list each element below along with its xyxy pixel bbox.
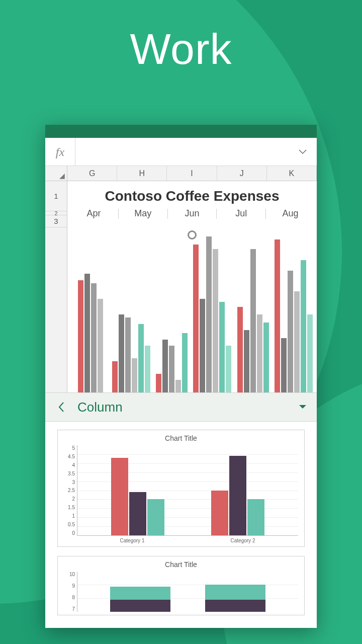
preview-bar (147, 499, 164, 535)
chart-bar (301, 260, 306, 393)
chart-bar (193, 245, 199, 393)
worksheet-body[interactable]: 1 2 3 Contoso Coffee Expenses Apr May Ju… (45, 181, 317, 392)
formula-dropdown[interactable] (289, 138, 317, 166)
chart-preview-area: Chart Title 5 4.5 4 3.5 3 2.5 2 1.5 1 0.… (45, 422, 317, 615)
row-header-1[interactable]: 1 (45, 181, 67, 211)
chevron-down-icon (298, 149, 307, 155)
chart-bar (226, 346, 231, 392)
row-header-3[interactable]: 3 (45, 215, 67, 227)
tick: 4 (64, 462, 75, 468)
chart-bar (91, 283, 97, 392)
y-axis-labels: 10 9 8 7 (64, 572, 77, 612)
chart-bar (213, 249, 218, 392)
chart-group (111, 236, 152, 392)
chart-bar (263, 323, 269, 393)
row-header-2[interactable]: 2 (45, 211, 67, 215)
axis-sep (265, 209, 266, 219)
chart-bar (132, 358, 137, 392)
chart-bar (162, 340, 168, 392)
chart-type-dropdown[interactable] (289, 393, 317, 421)
preview-stack (205, 585, 265, 612)
chart-preview-stacked[interactable]: Chart Title 10 9 8 7 (57, 556, 305, 615)
chart-bar (145, 346, 150, 392)
tick: 4.5 (64, 454, 75, 459)
chart-bar (219, 302, 225, 392)
x-tick: Category 1 (120, 538, 145, 543)
x-tick: Category 2 (231, 538, 255, 543)
preview-group (211, 445, 264, 535)
chart-bar (288, 271, 293, 392)
tick: 10 (64, 572, 75, 577)
sheet-content[interactable]: Contoso Coffee Expenses Apr May Jun Jul … (67, 181, 317, 392)
chart-bar (281, 338, 287, 393)
preview-bar (129, 492, 146, 535)
col-header-j[interactable]: J (217, 166, 267, 181)
preview-bar (247, 499, 264, 535)
chart-bar (156, 374, 161, 392)
stack-seg (110, 587, 170, 600)
preview-chart: 5 4.5 4 3.5 3 2.5 2 1.5 1 0.5 0 (64, 445, 298, 536)
tick: 3.5 (64, 471, 75, 476)
col-header-h[interactable]: H (117, 166, 167, 181)
chart-group (70, 236, 111, 392)
tick: 5 (64, 445, 75, 451)
column-headers: ◢ G H I J K (45, 166, 317, 181)
row-headers: 1 2 3 (45, 181, 67, 392)
preview-plot (77, 445, 298, 536)
formula-bar: fx (45, 138, 317, 166)
chart-bar (169, 346, 174, 392)
tick: 0 (64, 530, 75, 536)
tick: 2.5 (64, 488, 75, 493)
tick: 9 (64, 583, 75, 589)
month-axis: Apr May Jun Jul Aug (67, 208, 317, 222)
chart-group (273, 236, 314, 392)
chart-bar (138, 324, 144, 392)
col-header-g[interactable]: G (67, 166, 117, 181)
chart-bar (119, 314, 124, 392)
fx-icon: fx (45, 138, 75, 166)
chart-bar (175, 380, 181, 392)
preview-plot (77, 572, 298, 612)
formula-input[interactable] (75, 138, 289, 166)
preview-stack (110, 587, 170, 612)
month-apr: Apr (70, 208, 117, 219)
main-chart[interactable] (67, 236, 317, 392)
month-jun: Jun (169, 208, 216, 219)
preview-bar (211, 491, 228, 536)
chart-bar (84, 274, 90, 392)
select-all-corner[interactable]: ◢ (45, 166, 67, 181)
chart-type-header: Column (45, 392, 317, 422)
preview-bar (229, 456, 246, 535)
preview-chart: 10 9 8 7 (64, 572, 298, 612)
tick: 7 (64, 606, 75, 612)
chart-bar (307, 314, 313, 392)
chart-bar (257, 314, 262, 392)
chevron-left-icon (58, 401, 65, 413)
tick: 8 (64, 595, 75, 600)
month-may: May (120, 208, 166, 219)
triangle-down-icon (299, 405, 307, 410)
stack-seg (205, 585, 265, 600)
chart-bar (112, 361, 118, 392)
chart-group (192, 236, 233, 392)
chart-bar (294, 291, 300, 393)
app-titlebar (45, 125, 317, 138)
col-header-k[interactable]: K (267, 166, 317, 181)
chart-group (151, 236, 192, 392)
device-frame: fx ◢ G H I J K 1 2 3 Contoso Coffee Expe… (45, 125, 317, 628)
chart-bar (244, 330, 249, 392)
tick: 1 (64, 513, 75, 519)
tick: 1.5 (64, 505, 75, 510)
chart-preview-clustered[interactable]: Chart Title 5 4.5 4 3.5 3 2.5 2 1.5 1 0.… (57, 430, 305, 547)
chart-bar (200, 299, 205, 392)
axis-sep (167, 209, 168, 219)
selection-handle[interactable] (188, 230, 197, 239)
back-button[interactable] (45, 393, 77, 421)
preview-x-axis: Category 1 Category 2 (77, 538, 298, 543)
main-chart-title: Contoso Coffee Expenses (67, 181, 317, 208)
col-header-i[interactable]: I (167, 166, 217, 181)
stack-seg (110, 600, 170, 612)
chart-bar (125, 317, 131, 392)
chart-bar (275, 239, 280, 392)
chart-bar (237, 307, 243, 393)
